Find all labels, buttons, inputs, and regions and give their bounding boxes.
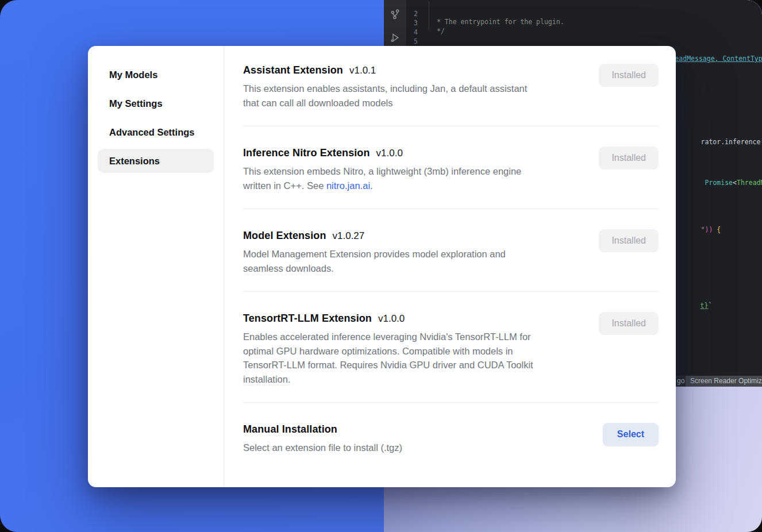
sidebar-item-label: Extensions bbox=[109, 156, 160, 167]
select-file-button[interactable]: Select bbox=[603, 423, 659, 446]
manual-installation-title: Manual Installation bbox=[243, 423, 337, 435]
installed-button[interactable]: Installed bbox=[599, 312, 659, 335]
sidebar-item-my-models[interactable]: My Models bbox=[98, 63, 214, 87]
extension-description: This extension enables assistants, inclu… bbox=[243, 82, 527, 110]
settings-modal: My Models My Settings Advanced Settings … bbox=[88, 46, 676, 487]
code-line: 3 */ bbox=[383, 11, 762, 20]
extension-name: TensortRT-LLM Extension bbox=[243, 313, 372, 325]
nitro-jan-ai-link[interactable]: nitro.jan.ai. bbox=[326, 180, 373, 191]
manual-installation-description: Select an extension file to install (.tg… bbox=[243, 441, 402, 455]
sidebar-item-label: My Settings bbox=[109, 98, 163, 109]
code-line: 2 * The entrypoint for the plugin. bbox=[383, 2, 762, 11]
code-fragment: ")) { bbox=[677, 218, 721, 242]
extension-version: v1.0.0 bbox=[376, 148, 403, 159]
manual-installation-row: Manual Installation Select an extension … bbox=[243, 423, 659, 455]
extensions-panel: Assistant Extension v1.0.1 This extensio… bbox=[224, 46, 676, 487]
extension-row-inference-nitro: Inference Nitro Extension v1.0.0 This ex… bbox=[243, 147, 659, 209]
code-fragment: Promise<ThreadMessage> bbox=[681, 171, 762, 195]
extension-description: Enables accelerated inference leveraging… bbox=[243, 330, 533, 386]
extension-version: v1.0.1 bbox=[349, 65, 376, 76]
code-fragment: t}` bbox=[676, 294, 712, 318]
extension-row-model: Model Extension v1.0.27 Model Management… bbox=[243, 230, 659, 292]
code-line: 5 // Web / extension runtime bbox=[383, 29, 762, 38]
extension-row-tensorrt-llm: TensortRT-LLM Extension v1.0.0 Enables a… bbox=[243, 313, 659, 403]
status-bar-text: go bbox=[677, 377, 684, 385]
extension-row-assistant: Assistant Extension v1.0.1 This extensio… bbox=[243, 64, 659, 126]
extension-description: Model Management Extension provides mode… bbox=[243, 247, 506, 275]
extension-description: This extension embeds Nitro, a lightweig… bbox=[243, 164, 521, 192]
extension-name: Assistant Extension bbox=[243, 64, 343, 76]
sidebar-item-extensions[interactable]: Extensions bbox=[98, 149, 214, 173]
sidebar-item-advanced-settings[interactable]: Advanced Settings bbox=[98, 120, 214, 144]
installed-button[interactable]: Installed bbox=[599, 229, 659, 252]
code-line: 4 bbox=[383, 20, 762, 29]
installed-button[interactable]: Installed bbox=[599, 64, 659, 87]
sidebar-item-label: Advanced Settings bbox=[109, 127, 195, 138]
screen-reader-optimize-status[interactable]: Screen Reader Optimize bbox=[686, 376, 762, 387]
sidebar-item-label: My Models bbox=[109, 70, 157, 80]
extension-version: v1.0.0 bbox=[378, 313, 405, 325]
extension-name: Inference Nitro Extension bbox=[243, 147, 370, 159]
sidebar-item-my-settings[interactable]: My Settings bbox=[98, 91, 214, 115]
code-fragment: rator.inference(data)); bbox=[677, 130, 762, 154]
extension-name: Model Extension bbox=[243, 230, 326, 242]
installed-button[interactable]: Installed bbox=[599, 147, 659, 169]
screenshot-canvas: 2 * The entrypoint for the plugin. 3 */ … bbox=[0, 0, 762, 532]
settings-sidebar: My Models My Settings Advanced Settings … bbox=[88, 46, 224, 487]
extension-version: v1.0.27 bbox=[333, 230, 365, 242]
